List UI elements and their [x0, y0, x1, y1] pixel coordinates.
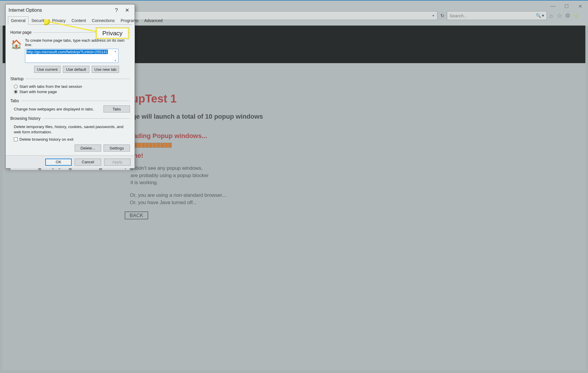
checkbox-icon — [14, 137, 18, 141]
startup-last-session-radio[interactable]: Start with tabs from the last session — [14, 84, 130, 89]
startup-group: Startup Start with tabs from the last se… — [10, 76, 130, 95]
tab-security[interactable]: Security — [29, 16, 49, 25]
radio-icon — [14, 90, 18, 94]
delete-button[interactable]: Delete... — [75, 145, 101, 152]
dialog-title-bar[interactable]: Internet Options ? ✕ — [6, 4, 135, 16]
apply-button[interactable]: Apply — [104, 159, 131, 166]
tabs-group: Tabs Change how webpages are displayed i… — [10, 98, 130, 112]
delete-on-exit-checkbox[interactable]: Delete browsing history on exit — [14, 137, 130, 142]
tabs-text: Change how webpages are displayed in tab… — [14, 107, 94, 111]
tab-advanced[interactable]: Advanced — [141, 16, 166, 25]
dialog-close-button[interactable]: ✕ — [123, 7, 132, 14]
scroll-down-icon[interactable]: ▾ — [115, 59, 118, 62]
settings-button[interactable]: Settings — [103, 145, 130, 152]
scroll-up-icon[interactable]: ▴ — [115, 50, 118, 53]
use-current-button[interactable]: Use current — [34, 66, 61, 73]
history-legend: Browsing history — [10, 116, 42, 121]
startup-home-page-radio[interactable]: Start with home page — [14, 90, 130, 94]
privacy-callout: Privacy — [96, 28, 129, 39]
dialog-title: Internet Options — [9, 8, 42, 13]
history-text: Delete temporary files, history, cookies… — [14, 124, 130, 135]
tab-connections[interactable]: Connections — [89, 16, 118, 25]
history-group: Browsing history Delete temporary files,… — [10, 116, 130, 152]
homepage-url-input[interactable]: http://go.microsoft.com/fwlink/p/?LinkId… — [25, 49, 118, 63]
ok-button[interactable]: OK — [45, 159, 72, 166]
tab-programs[interactable]: Programs — [118, 16, 141, 25]
startup-legend: Startup — [10, 76, 25, 81]
dialog-footer: OK Cancel Apply — [6, 155, 135, 168]
homepage-legend: Home page — [10, 30, 33, 35]
home-page-icon: 🏠 — [10, 38, 22, 50]
radio-icon — [14, 85, 18, 88]
cancel-button[interactable]: Cancel — [75, 159, 101, 166]
use-default-button[interactable]: Use default — [63, 66, 89, 73]
tabs-legend: Tabs — [10, 98, 21, 103]
tab-content[interactable]: Content — [69, 16, 89, 25]
tab-general[interactable]: General — [8, 16, 29, 25]
dialog-tabs: General Security Privacy Content Connect… — [8, 16, 132, 25]
homepage-instructions: To create home page tabs, type each addr… — [25, 38, 130, 47]
tabs-button[interactable]: Tabs — [103, 105, 130, 112]
dialog-help-button[interactable]: ? — [110, 7, 123, 14]
use-new-tab-button[interactable]: Use new tab — [92, 66, 119, 73]
tab-privacy[interactable]: Privacy — [49, 16, 69, 25]
